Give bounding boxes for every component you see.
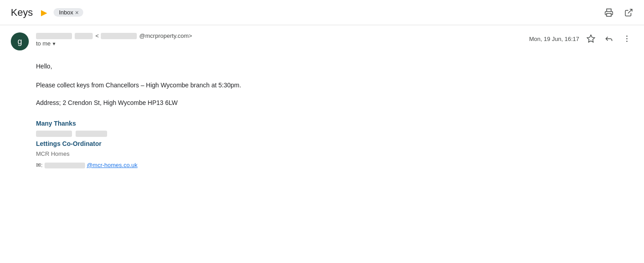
email-container: g < @mcrproperty.com> to me ▾ Mon, 19 Ju… (0, 25, 644, 181)
email-signature: Many Thanks Lettings Co-Ordinator MCR Ho… (36, 118, 633, 170)
top-bar-actions (603, 6, 635, 19)
print-icon (604, 8, 613, 17)
reply-icon (604, 34, 613, 43)
reply-button[interactable] (603, 32, 615, 45)
more-options-icon (622, 34, 631, 43)
email-greeting: Hello, (36, 61, 633, 71)
breadcrumb-arrow: ▶ (41, 8, 47, 18)
signature-role: Lettings Co-Ordinator (36, 139, 633, 149)
sender-email-domain: @mcrproperty.com> (140, 32, 192, 39)
email-header-info: < @mcrproperty.com> to me ▾ (36, 32, 522, 47)
email-envelope-icon: ✉: (36, 161, 43, 170)
sender-name-redacted-2 (75, 33, 93, 39)
inbox-chip-close[interactable]: × (75, 9, 79, 16)
signature-email-line: ✉: @mcr-homes.co.uk (36, 161, 633, 170)
inbox-chip-label: Inbox (59, 9, 73, 16)
signature-name-line (36, 131, 633, 137)
star-icon (586, 34, 595, 43)
star-button[interactable] (585, 32, 597, 45)
to-me-chevron: ▾ (53, 41, 55, 47)
svg-point-3 (626, 36, 628, 37)
svg-rect-0 (607, 13, 611, 16)
open-external-button[interactable] (622, 6, 635, 19)
sender-name-redacted-1 (36, 33, 72, 39)
inbox-chip[interactable]: Inbox × (54, 8, 83, 17)
email-timestamp: Mon, 19 Jun, 16:17 (529, 36, 579, 42)
email-body: Hello, Please collect keys from Chancell… (11, 61, 633, 170)
sig-email-redacted (45, 163, 85, 168)
more-options-button[interactable] (621, 32, 633, 45)
svg-point-4 (626, 38, 628, 40)
signature-thanks: Many Thanks (36, 118, 633, 128)
svg-marker-2 (587, 35, 595, 42)
email-subject: Keys (11, 7, 33, 18)
sig-name-redacted-1 (36, 131, 72, 137)
sig-name-redacted-2 (76, 131, 107, 137)
svg-line-1 (628, 9, 632, 13)
sender-bracket: < (95, 32, 99, 39)
sender-line: < @mcrproperty.com> (36, 32, 522, 39)
signature-company: MCR Homes (36, 150, 633, 159)
email-header: g < @mcrproperty.com> to me ▾ Mon, 19 Ju… (11, 32, 633, 50)
signature-email-link[interactable]: @mcr-homes.co.uk (87, 161, 138, 170)
top-bar: Keys ▶ Inbox × (0, 0, 644, 25)
to-me-label: to me (36, 40, 51, 47)
svg-point-5 (626, 41, 628, 42)
email-address: Address; 2 Crendon St, High Wycombe HP13… (36, 98, 633, 108)
avatar: g (11, 32, 29, 50)
open-external-icon (624, 8, 633, 17)
to-me-dropdown[interactable]: to me ▾ (36, 40, 522, 47)
email-line1: Please collect keys from Chancellors – H… (36, 80, 633, 90)
email-header-meta: Mon, 19 Jun, 16:17 (529, 32, 633, 45)
sender-email-redacted (101, 33, 137, 39)
print-button[interactable] (603, 6, 615, 19)
